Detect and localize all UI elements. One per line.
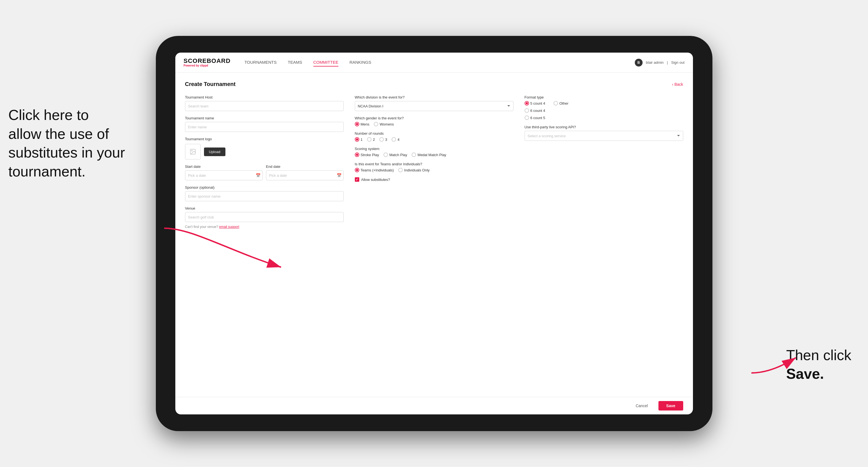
start-date-wrap: 📅 [185,170,263,180]
rounds-1[interactable]: 1 [355,137,363,142]
individuals-only-radio[interactable] [398,168,403,172]
nav-item-teams[interactable]: TEAMS [288,58,302,66]
end-date-input[interactable] [266,170,344,180]
start-date-input[interactable] [185,170,263,180]
substitutes-checkbox[interactable]: ✓ [355,177,359,182]
venue-help: Can't find your venue? email support [185,225,344,229]
sponsor-group: Sponsor (optional) [185,185,344,201]
date-row: Start date 📅 End date 📅 [185,164,344,180]
nav-item-tournaments[interactable]: TOURNAMENTS [244,58,277,66]
upload-button[interactable]: Upload [204,148,225,156]
scoring-stroke-radio[interactable] [355,153,359,157]
form-col-2: Which division is the event for? NCAA Di… [355,95,514,229]
format-options: 5 count 4 Other 6 count 4 [525,101,683,120]
annotation-right: Then clickSave. [786,346,851,383]
rounds-3-label: 3 [385,137,387,142]
format-6count4-radio[interactable] [525,108,529,113]
nav-right: B blair admin | Sign out [635,59,685,66]
start-date-group: Start date 📅 [185,164,263,180]
venue-help-link[interactable]: email support [219,225,239,229]
gender-mens-radio[interactable] [355,122,359,126]
form-col-3: Format type 5 count 4 Other [525,95,683,229]
save-button[interactable]: Save [658,401,683,410]
nav-avatar: B [635,59,643,66]
gender-radio-group: Mens Womens [355,122,514,126]
scoring-medal[interactable]: Medal Match Play [412,153,446,157]
logo-upload-area: Upload [185,144,344,159]
gender-mens-label: Mens [361,122,370,126]
rounds-2-label: 2 [373,137,375,142]
format-group: Format type 5 count 4 Other [525,95,683,120]
nav-item-committee[interactable]: COMMITTEE [313,58,338,66]
sponsor-label: Sponsor (optional) [185,185,344,189]
rounds-1-radio[interactable] [355,137,359,142]
scoring-stroke[interactable]: Stroke Play [355,153,379,157]
division-group: Which division is the event for? NCAA Di… [355,95,514,111]
format-6count4[interactable]: 6 count 4 [525,108,683,113]
cancel-button[interactable]: Cancel [629,401,654,410]
end-date-label: End date [266,164,344,169]
content-area: Create Tournament Back Tournament Host T… [175,73,693,397]
rounds-2-radio[interactable] [367,137,372,142]
teams-plus-label: Teams (+Individuals) [361,168,394,172]
division-select[interactable]: NCAA Division I [355,101,514,111]
tablet-screen: SCOREBOARD Powered by clippd TOURNAMENTS… [175,53,693,414]
date-group: Start date 📅 End date 📅 [185,164,344,180]
rounds-3[interactable]: 3 [379,137,387,142]
tournament-host-input[interactable] [185,101,344,111]
scoring-radio-group: Stroke Play Match Play Medal Match Play [355,153,514,157]
rounds-2[interactable]: 2 [367,137,375,142]
scoring-label: Scoring system [355,147,514,151]
gender-label: Which gender is the event for? [355,116,514,120]
teams-label: Is this event for Teams and/or Individua… [355,162,514,166]
venue-input[interactable] [185,212,344,222]
format-other-label: Other [559,101,568,105]
format-5count4-radio[interactable] [525,101,529,105]
teams-plus-individuals[interactable]: Teams (+Individuals) [355,168,394,172]
logo-placeholder-icon [185,144,200,159]
gender-group: Which gender is the event for? Mens Wome… [355,116,514,126]
scoring-match-label: Match Play [389,153,407,157]
individuals-only[interactable]: Individuals Only [398,168,430,172]
rounds-4[interactable]: 4 [392,137,399,142]
scoring-match-radio[interactable] [383,153,388,157]
gender-womens-radio[interactable] [374,122,378,126]
format-other[interactable]: Other [554,101,568,105]
scoring-stroke-label: Stroke Play [361,153,379,157]
logo-scoreboard: SCOREBOARD [184,58,231,64]
tournament-name-label: Tournament name [185,116,344,120]
back-link[interactable]: Back [672,82,683,87]
gender-mens[interactable]: Mens [355,122,370,126]
scoring-api-select[interactable]: Select a scoring service [525,131,683,141]
rounds-3-radio[interactable] [379,137,384,142]
nav-item-rankings[interactable]: RANKINGS [349,58,371,66]
rounds-radio-group: 1 2 3 4 [355,137,514,142]
tournament-host-group: Tournament Host [185,95,344,111]
scoring-medal-radio[interactable] [412,153,416,157]
teams-group: Is this event for Teams and/or Individua… [355,162,514,172]
svg-point-1 [191,150,192,151]
rounds-4-radio[interactable] [392,137,396,142]
gender-womens[interactable]: Womens [374,122,394,126]
scoring-api-group: Use third-party live scoring API? Select… [525,125,683,141]
format-5count4[interactable]: 5 count 4 [525,101,546,105]
format-6count5-radio[interactable] [525,116,529,120]
form-grid: Tournament Host Tournament name Tourname… [185,95,683,229]
tournament-name-input[interactable] [185,122,344,132]
substitutes-label: Allow substitutes? [361,178,390,182]
nav-username: blair admin [646,60,664,65]
scoring-api-label: Use third-party live scoring API? [525,125,683,129]
format-6count5[interactable]: 6 count 5 [525,116,683,120]
scoring-group: Scoring system Stroke Play Match Play [355,147,514,157]
rounds-1-label: 1 [361,137,363,142]
tablet-device: SCOREBOARD Powered by clippd TOURNAMENTS… [156,36,712,431]
end-date-group: End date 📅 [266,164,344,180]
scoring-match[interactable]: Match Play [383,153,407,157]
format-other-radio[interactable] [554,101,558,105]
teams-plus-radio[interactable] [355,168,359,172]
page-header: Create Tournament Back [185,81,683,87]
nav-signout[interactable]: Sign out [671,60,685,65]
page-footer: Cancel Save [175,397,693,414]
sponsor-input[interactable] [185,191,344,201]
format-row-1: 5 count 4 Other [525,101,683,105]
